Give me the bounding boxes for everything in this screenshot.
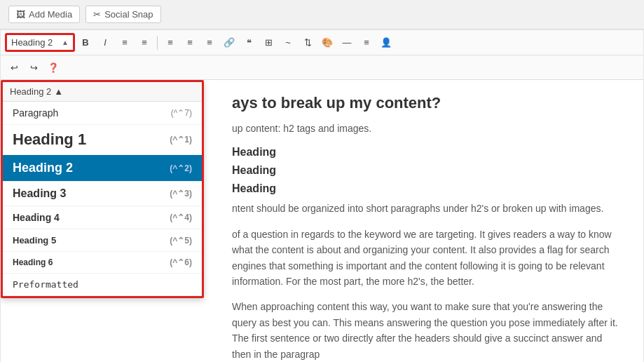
dropdown-item-label: Heading 4: [13, 212, 60, 223]
dropdown-item-label: Heading 6: [13, 257, 53, 267]
add-media-button[interactable]: 🖼 Add Media: [8, 6, 80, 23]
dropdown-item-h4[interactable]: Heading 4(^⌃4): [3, 206, 202, 229]
hr-button[interactable]: —: [338, 34, 356, 52]
format-dropdown[interactable]: Heading 2 ▲: [5, 33, 75, 52]
strikethrough-button[interactable]: ~: [279, 34, 297, 52]
dropdown-header-label: Heading 2: [10, 86, 51, 97]
redo-button[interactable]: ↪: [25, 58, 43, 76]
dropdown-item-h2[interactable]: Heading 2(^⌃2): [3, 155, 202, 182]
dropdown-item-shortcut: (^⌃1): [170, 135, 192, 145]
user-icon-button[interactable]: 👤: [377, 34, 395, 52]
dropdown-item-shortcut: (^⌃3): [170, 189, 192, 199]
toolbar-separator: [157, 36, 158, 50]
italic-button[interactable]: I: [96, 34, 114, 52]
format-options-button[interactable]: ≡: [357, 34, 376, 52]
dropdown-item-h1[interactable]: Heading 1(^⌃1): [3, 125, 202, 155]
social-snap-button[interactable]: ✂ Social Snap: [85, 6, 160, 23]
dropdown-arrow-icon: ▲: [62, 39, 69, 46]
dropdown-item-label: Heading 1: [13, 130, 86, 149]
bold-button[interactable]: B: [76, 34, 95, 52]
align-center-button[interactable]: ≡: [181, 34, 199, 52]
editor-content[interactable]: Heading 2 ▲ Paragraph(^⌃7)Heading 1(^⌃1)…: [1, 80, 643, 362]
dropdown-item-preformatted[interactable]: Preformatted: [3, 274, 202, 296]
dropdown-item-shortcut: (^⌃6): [170, 257, 192, 267]
intro-text: up content: h2 tags and images.: [232, 121, 622, 136]
dropdown-item-shortcut: (^⌃7): [171, 108, 192, 118]
dropdown-item-shortcut: (^⌃2): [170, 163, 192, 173]
special-char-button[interactable]: ⇅: [299, 34, 317, 52]
body-text-2: of a question in regards to the keyword …: [232, 227, 622, 290]
dropdown-item-h3[interactable]: Heading 3(^⌃3): [3, 182, 202, 206]
subheading-2: Heading: [232, 164, 622, 177]
dropdown-item-h5[interactable]: Heading 5(^⌃5): [3, 229, 202, 252]
format-dropdown-menu: Heading 2 ▲ Paragraph(^⌃7)Heading 1(^⌃1)…: [1, 80, 204, 298]
add-media-label: Add Media: [29, 9, 72, 20]
dropdown-header-arrow: ▲: [54, 86, 63, 97]
article-heading: ays to break up my content?: [232, 94, 622, 112]
editor-wrapper: Heading 2 ▲ B I ≡ ≡ ≡ ≡ ≡ 🔗 ❝ ⊞ ~ ⇅ 🎨 — …: [0, 29, 644, 362]
dropdown-item-label: Heading 5: [13, 235, 56, 246]
color-button[interactable]: 🎨: [318, 34, 336, 52]
blockquote-button[interactable]: ❝: [240, 34, 258, 52]
toolbar-row1: Heading 2 ▲ B I ≡ ≡ ≡ ≡ ≡ 🔗 ❝ ⊞ ~ ⇅ 🎨 — …: [1, 30, 643, 55]
dropdown-item-label: Preformatted: [13, 279, 78, 290]
add-media-icon: 🖼: [16, 9, 25, 20]
dropdown-item-shortcut: (^⌃4): [170, 213, 192, 222]
subheading-1: Heading: [232, 146, 622, 159]
help-button[interactable]: ❓: [44, 58, 62, 76]
undo-button[interactable]: ↩: [5, 58, 23, 76]
dropdown-menu-header: Heading 2 ▲: [3, 82, 202, 102]
body-text-1: ntent should be organized into short par…: [232, 201, 622, 216]
dropdown-item-paragraph[interactable]: Paragraph(^⌃7): [3, 102, 202, 125]
format-current-label: Heading 2: [11, 37, 53, 48]
align-right-button[interactable]: ≡: [200, 34, 219, 52]
top-bar: 🖼 Add Media ✂ Social Snap: [0, 0, 644, 29]
ordered-list-button[interactable]: ≡: [135, 34, 153, 52]
insert-table-button[interactable]: ⊞: [259, 34, 278, 52]
dropdown-item-shortcut: (^⌃5): [170, 236, 192, 246]
subheading-3: Heading: [232, 182, 622, 195]
social-snap-label: Social Snap: [104, 9, 153, 20]
unordered-list-button[interactable]: ≡: [116, 34, 134, 52]
dropdown-item-label: Heading 3: [13, 187, 66, 200]
body-text-3: When approaching content this way, you w…: [232, 299, 622, 362]
dropdown-item-label: Heading 2: [13, 161, 73, 175]
social-snap-icon: ✂: [93, 9, 101, 20]
link-button[interactable]: 🔗: [220, 34, 238, 52]
dropdown-item-h6[interactable]: Heading 6(^⌃6): [3, 252, 202, 274]
align-left-button[interactable]: ≡: [161, 34, 179, 52]
dropdown-item-label: Paragraph: [13, 107, 58, 119]
toolbar-row2: ↩ ↪ ❓: [1, 55, 643, 80]
content-area: ays to break up my content? up content: …: [232, 94, 622, 362]
